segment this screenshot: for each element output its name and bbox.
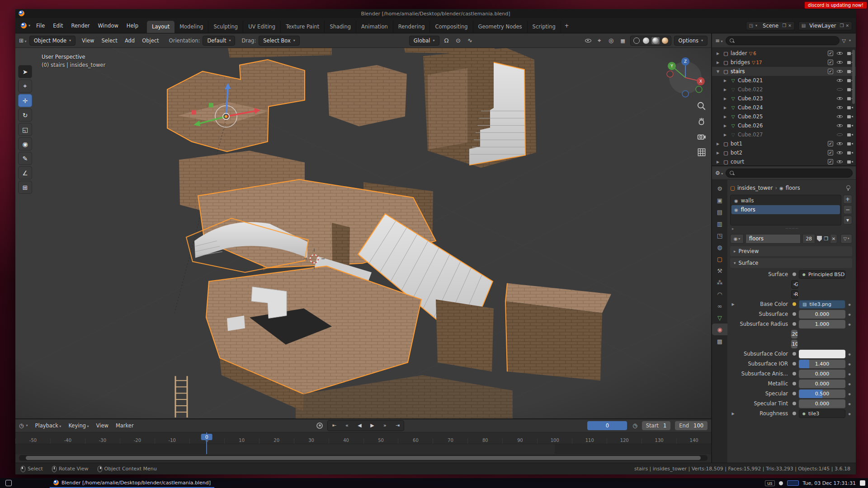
preview-panel-header[interactable]: ▸ Preview — [730, 246, 852, 256]
properties-tab[interactable]: ◠ — [712, 288, 727, 300]
outliner-item-name[interactable]: court — [731, 159, 744, 165]
properties-tab[interactable]: ▩ — [712, 335, 727, 347]
hide-eye-icon[interactable] — [836, 113, 843, 120]
material-filter-dropdown[interactable] — [840, 234, 852, 244]
property-value-field[interactable]: 0.000 — [799, 370, 845, 378]
render-visibility-camera-icon[interactable] — [846, 141, 853, 147]
object-visibility-icon[interactable] — [584, 37, 592, 44]
outliner-scrollbar[interactable] — [852, 50, 855, 104]
properties-tab[interactable]: ⚙ — [712, 183, 727, 194]
fake-user-shield-icon[interactable] — [817, 236, 822, 242]
viewport-3d-scene[interactable]: Z Y X — [15, 48, 711, 418]
render-visibility-camera-icon[interactable] — [846, 122, 853, 129]
topbar-menu-item[interactable]: Edit — [49, 21, 67, 31]
shading-material-preview-button[interactable] — [651, 37, 660, 44]
property-value-field[interactable]: 0.000 — [799, 310, 845, 319]
disclosure-triangle-icon[interactable]: ▶ — [717, 52, 721, 56]
taskbar-clock[interactable]: Tue, 03 Dec 17:31:31 — [803, 480, 856, 486]
selectability-checkbox[interactable] — [828, 150, 833, 155]
socket-decorator-icon[interactable] — [793, 312, 796, 316]
slot-specials-button[interactable]: ▾ — [843, 216, 852, 225]
blender-menu-icon[interactable] — [21, 23, 27, 28]
keyboard-layout-indicator[interactable]: us — [765, 480, 775, 486]
copy-view-layer-icon[interactable] — [840, 23, 844, 28]
timeline-scrollbar[interactable] — [19, 455, 708, 461]
socket-decorator-icon[interactable] — [793, 272, 796, 276]
mode-dropdown[interactable]: Object Mode — [29, 36, 75, 46]
show-overlays-icon[interactable] — [607, 37, 616, 44]
properties-tab[interactable]: ◍ — [712, 241, 727, 253]
add-slot-button[interactable]: + — [843, 195, 852, 204]
hide-eye-icon[interactable] — [836, 68, 843, 75]
viewport-options-dropdown[interactable]: Options — [674, 36, 708, 46]
outliner-item-name[interactable]: stairs — [731, 68, 745, 75]
keyframe-dot-icon[interactable]: ● — [847, 412, 852, 415]
tool-button[interactable]: ✎ — [18, 152, 32, 165]
row-expander-icon[interactable]: ▶ — [730, 412, 736, 416]
filter-icon[interactable] — [842, 38, 846, 44]
property-value-field[interactable]: GGX — [791, 280, 798, 289]
property-value-field[interactable]: 0.000 — [799, 399, 845, 408]
property-value-field[interactable]: Principled BSDF — [799, 270, 845, 279]
copy-material-icon[interactable] — [824, 235, 828, 242]
properties-tab[interactable]: ∞ — [712, 300, 727, 312]
pin-icon[interactable] — [846, 185, 850, 191]
keyframe-dot-icon[interactable]: ● — [847, 313, 852, 316]
keyframe-dot-icon[interactable]: ● — [847, 352, 852, 356]
timeline-menu-item[interactable]: Marker — [112, 421, 137, 430]
row-expander-icon[interactable]: ▶ — [730, 302, 736, 306]
tray-widget[interactable] — [787, 480, 799, 486]
orientation-dropdown[interactable]: Default — [203, 36, 235, 46]
properties-tab[interactable]: ▽ — [712, 312, 727, 324]
disclosure-triangle-icon[interactable]: ▶ — [724, 115, 728, 119]
view-layer-name[interactable]: ViewLayer — [807, 23, 838, 29]
timeline-track[interactable] — [15, 444, 711, 454]
copy-scene-icon[interactable] — [782, 23, 786, 28]
tool-button[interactable]: ⊞ — [18, 181, 32, 194]
workspace-tab[interactable]: Layout — [147, 21, 175, 33]
scene-selector[interactable]: ▾ Scene — [746, 21, 795, 30]
properties-tab[interactable]: ▥ — [712, 218, 727, 230]
workspace-tab[interactable]: Scripting — [528, 21, 561, 33]
taskbar-app-button[interactable]: Blender [/home/amalie/Desktop/blender/ca… — [50, 478, 214, 488]
disclosure-triangle-icon[interactable]: ▶ — [724, 106, 728, 110]
workspace-tab[interactable]: Animation — [356, 21, 393, 33]
outliner-item-name[interactable]: Cube.026 — [738, 122, 763, 129]
keyframe-dot-icon[interactable]: ● — [847, 323, 852, 326]
socket-decorator-icon[interactable] — [793, 372, 796, 375]
show-gizmo-icon[interactable] — [595, 37, 604, 44]
hide-eye-icon[interactable] — [836, 59, 843, 66]
topbar-menu-item[interactable]: Help — [123, 21, 142, 31]
frame-end-field[interactable]: End 100 — [675, 421, 708, 430]
tool-button[interactable]: ↻ — [18, 108, 32, 122]
property-value-field[interactable]: 0.000 — [799, 380, 845, 388]
outliner-row[interactable]: ▶ Cube.027 — [712, 130, 856, 139]
hide-eye-icon[interactable] — [836, 104, 843, 111]
hide-eye-icon[interactable] — [836, 141, 843, 147]
socket-decorator-icon[interactable] — [793, 362, 796, 366]
socket-decorator-icon[interactable] — [793, 412, 796, 415]
disclosure-triangle-icon[interactable]: ▶ — [717, 61, 721, 65]
outliner-row[interactable]: ▶ court — [712, 157, 856, 165]
keyframe-dot-icon[interactable]: ● — [847, 372, 852, 375]
disclosure-triangle-icon[interactable]: ▶ — [724, 133, 728, 137]
render-visibility-camera-icon[interactable] — [846, 131, 853, 138]
outliner-row[interactable]: ▶ bridges 17 — [712, 58, 856, 67]
transform-orientation-dropdown[interactable]: Global — [409, 36, 439, 46]
property-value-field[interactable]: Random Walk — [791, 290, 798, 299]
tool-button[interactable]: ➤ — [18, 65, 32, 78]
render-visibility-camera-icon[interactable] — [846, 159, 853, 165]
disclosure-triangle-icon[interactable]: ▶ — [724, 79, 728, 83]
outliner-editor-icon[interactable]: ≡ — [715, 38, 723, 44]
topbar-menu-item[interactable]: Render — [67, 21, 94, 31]
hide-eye-icon[interactable] — [836, 150, 843, 156]
outliner-item-name[interactable]: Cube.025 — [738, 113, 763, 120]
outliner-row[interactable]: ▶ Cube.024 — [712, 103, 856, 112]
selectability-checkbox[interactable] — [828, 159, 833, 164]
outliner-item-name[interactable]: Cube.022 — [738, 86, 763, 93]
selectability-checkbox[interactable] — [828, 69, 833, 74]
outliner-row[interactable]: ▶ Cube.023 — [712, 94, 856, 103]
workspace-tab[interactable]: Texture Paint — [281, 21, 325, 33]
disclosure-triangle-icon[interactable]: ▶ — [717, 151, 721, 155]
viewport-menu-item[interactable]: View — [78, 36, 98, 46]
